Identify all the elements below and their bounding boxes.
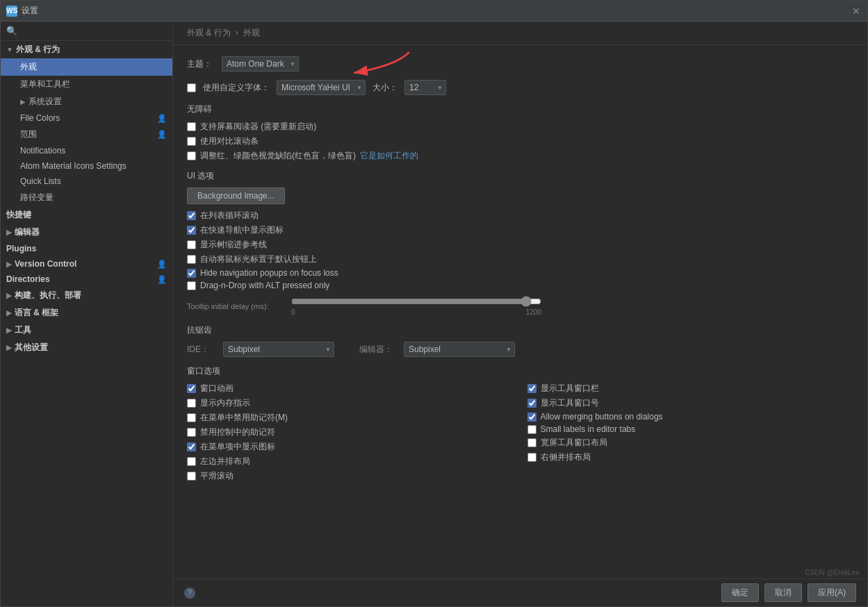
win-checkbox-col2-2: Allow merging buttons on dialogs — [527, 412, 854, 422]
ide-select-wrapper: Subpixel Default Greyscale LCD Horizonta… — [223, 342, 334, 357]
search-input[interactable] — [22, 26, 167, 36]
font-select-wrapper: Microsoft YaHei UI — [277, 80, 366, 95]
custom-font-checkbox[interactable] — [187, 83, 196, 92]
sidebar-item-lang-framework[interactable]: ▶ 语言 & 框架 — [1, 304, 172, 322]
sidebar-item-version-control[interactable]: ▶ Version Control 👤 — [1, 256, 172, 272]
show-icons-menu-checkbox[interactable] — [187, 442, 196, 451]
sidebar-item-file-colors[interactable]: File Colors 👤 — [1, 110, 172, 126]
tree-indent-label: 显示树缩进参考线 — [200, 239, 267, 251]
sidebar-item-shortcuts[interactable]: 快捷键 — [1, 206, 172, 224]
chevron-right-icon-2: ▶ — [6, 228, 12, 236]
sidebar-item-plugins[interactable]: Plugins — [1, 241, 172, 256]
left-side-by-side-checkbox[interactable] — [187, 457, 196, 466]
font-size-select[interactable]: 12 — [404, 80, 446, 95]
sidebar-item-appearance[interactable]: 外观 — [1, 58, 172, 76]
editor-antialias-select[interactable]: Subpixel Default Greyscale LCD Horizonta… — [404, 342, 515, 357]
sidebar-item-tools[interactable]: ▶ 工具 — [1, 322, 172, 339]
sidebar-item-scope[interactable]: 范围 👤 — [1, 126, 172, 143]
merge-buttons-checkbox[interactable] — [527, 413, 537, 422]
sidebar-item-path-vars[interactable]: 路径变量 — [1, 189, 172, 206]
ui-checkbox-3: 自动将鼠标光标置于默认按钮上 — [187, 253, 853, 265]
right-side-by-side-checkbox[interactable] — [527, 453, 537, 462]
tooltip-slider[interactable] — [291, 296, 541, 307]
font-label: 使用自定义字体： — [203, 82, 270, 94]
apply-button[interactable]: 应用(A) — [808, 583, 856, 602]
window-animation-checkbox[interactable] — [187, 384, 196, 393]
cancel-button[interactable]: 取消 — [764, 583, 802, 602]
person-icon: 👤 — [157, 114, 167, 123]
cursor-default-checkbox[interactable] — [187, 255, 196, 264]
win-checkbox-col2-4: 宽屏工具窗口布局 — [527, 437, 854, 449]
disable-mnemonic-ctrl-checkbox[interactable] — [187, 428, 196, 437]
sidebar-item-build-exec[interactable]: ▶ 构建、执行、部署 — [1, 287, 172, 304]
memory-indicator-label: 显示内存指示 — [200, 397, 250, 409]
list-loop-checkbox[interactable] — [187, 211, 196, 220]
disable-mnemonic-ctrl-label: 禁用控制中的助记符 — [200, 426, 275, 438]
antialias-title: 抗锯齿 — [187, 324, 853, 336]
font-select[interactable]: Microsoft YaHei UI — [277, 80, 366, 95]
left-side-by-side-label: 左边并排布局 — [200, 456, 250, 467]
antialias-row: IDE： Subpixel Default Greyscale LCD Hori… — [187, 342, 853, 357]
sidebar-item-system-settings[interactable]: ▶ 系统设置 — [1, 93, 172, 110]
breadcrumb-separator: › — [236, 28, 240, 38]
theme-select[interactable]: Atom One Dark — [222, 56, 299, 72]
window-options-title: 窗口选项 — [187, 365, 853, 377]
slider-min: 0 — [291, 308, 295, 316]
widescreen-layout-checkbox[interactable] — [527, 438, 537, 447]
settings-window: WS 设置 ✕ 🔍 ▼ 外观 & 行为 外观 菜单和工具栏 ▶ — [0, 0, 868, 607]
ui-checkbox-5: Drag-n-Drop with ALT pressed only — [187, 281, 853, 290]
list-loop-label: 在列表循环滚动 — [200, 210, 259, 222]
theme-label: 主题： — [187, 58, 215, 70]
win-checkbox-col2-5: 右侧并排布局 — [527, 451, 854, 463]
app-icon: WS — [6, 6, 17, 17]
quick-nav-icon-checkbox[interactable] — [187, 226, 196, 235]
close-button[interactable]: ✕ — [851, 6, 862, 17]
contrast-scrollbar-checkbox[interactable] — [187, 137, 196, 146]
ui-checkbox-1: 在快速导航中显示图标 — [187, 224, 853, 236]
memory-indicator-checkbox[interactable] — [187, 399, 196, 408]
sidebar-item-appearance-behavior[interactable]: ▼ 外观 & 行为 — [1, 41, 172, 58]
drag-drop-alt-checkbox[interactable] — [187, 281, 196, 290]
small-labels-checkbox[interactable] — [527, 425, 537, 434]
ui-checkbox-4: Hide navigation popups on focus loss — [187, 268, 853, 278]
ok-button[interactable]: 确定 — [721, 583, 759, 602]
theme-row: 主题： Atom One Dark — [187, 56, 853, 72]
show-tool-window-bar-checkbox[interactable] — [527, 384, 537, 393]
font-row: 使用自定义字体： Microsoft YaHei UI 大小： 12 — [187, 80, 853, 95]
accessibility-title: 无障碍 — [187, 103, 853, 115]
win-checkbox-col1-3: 禁用控制中的助记符 — [187, 426, 514, 438]
main-content: 🔍 ▼ 外观 & 行为 外观 菜单和工具栏 ▶ 系统设置 File Colors… — [1, 22, 867, 606]
screen-reader-checkbox[interactable] — [187, 122, 196, 131]
hide-nav-popups-checkbox[interactable] — [187, 269, 196, 278]
window-animation-label: 窗口动画 — [200, 383, 234, 394]
win-checkbox-col2-3: Small labels in editor tabs — [527, 424, 854, 434]
sidebar-item-directories[interactable]: Directories 👤 — [1, 272, 172, 287]
disable-mnemonic-menu-checkbox[interactable] — [187, 413, 196, 422]
disable-mnemonic-menu-label: 在菜单中禁用助记符(M) — [200, 412, 288, 424]
smooth-scroll-label: 平滑滚动 — [200, 470, 234, 482]
sidebar-item-atom-material[interactable]: Atom Material Icons Settings — [1, 158, 172, 174]
background-image-button[interactable]: Background Image... — [187, 188, 285, 204]
sidebar-search-container: 🔍 — [1, 22, 172, 41]
smooth-scroll-checkbox[interactable] — [187, 472, 196, 481]
show-tool-window-num-checkbox[interactable] — [527, 399, 537, 408]
chevron-right-icon-6: ▶ — [6, 326, 12, 334]
editor-antialias-label: 编辑器： — [359, 344, 393, 356]
tree-indent-checkbox[interactable] — [187, 240, 196, 249]
win-checkbox-col1-5: 左边并排布局 — [187, 456, 514, 467]
sidebar-item-editor[interactable]: ▶ 编辑器 — [1, 224, 172, 241]
tooltip-slider-row: Tooltip initial delay (ms): 0 1200 — [187, 296, 853, 316]
contrast-scrollbar-label: 使用对比滚动条 — [200, 135, 259, 147]
color-blind-link[interactable]: 它是如何工作的 — [360, 150, 418, 162]
sidebar-item-other[interactable]: ▶ 其他设置 — [1, 339, 172, 356]
sidebar-item-notifications[interactable]: Notifications — [1, 143, 172, 158]
sidebar-item-quick-lists[interactable]: Quick Lists — [1, 174, 172, 189]
sidebar-item-menus-toolbars[interactable]: 菜单和工具栏 — [1, 76, 172, 93]
help-button[interactable]: ? — [184, 588, 195, 599]
ui-checkbox-2: 显示树缩进参考线 — [187, 239, 853, 251]
slider-max: 1200 — [526, 308, 541, 316]
ide-antialias-select[interactable]: Subpixel Default Greyscale LCD Horizonta… — [223, 342, 334, 357]
chevron-right-icon-4: ▶ — [6, 292, 12, 299]
color-blind-checkbox[interactable] — [187, 151, 196, 160]
chevron-right-icon: ▶ — [20, 98, 26, 106]
